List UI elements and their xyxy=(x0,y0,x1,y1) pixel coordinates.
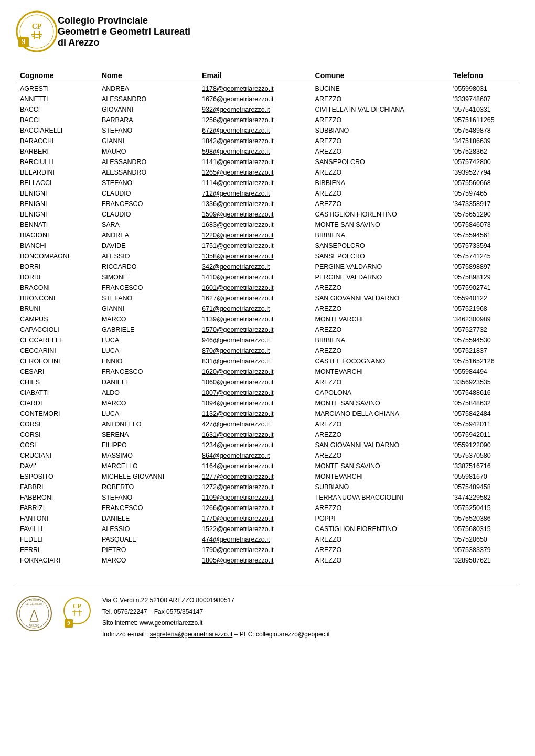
cell-email[interactable]: 1631@geometriarezzo.it xyxy=(198,429,311,440)
cell-email[interactable]: 1141@geometriarezzo.it xyxy=(198,157,311,167)
cell-email[interactable]: 1751@geometriarezzo.it xyxy=(198,241,311,251)
cell-email[interactable]: 870@geometriarezzo.it xyxy=(198,345,311,356)
cell-email[interactable]: 1522@geometriarezzo.it xyxy=(198,524,311,534)
cell-email[interactable]: 342@geometriarezzo.it xyxy=(198,262,311,272)
email-link[interactable]: 712@geometriarezzo.it xyxy=(202,190,270,197)
email-link[interactable]: 1164@geometriarezzo.it xyxy=(202,462,273,470)
cell-email[interactable]: 1627@geometriarezzo.it xyxy=(198,293,311,304)
cell-email[interactable]: 1060@geometriarezzo.it xyxy=(198,377,311,387)
cell-email[interactable]: 672@geometriarezzo.it xyxy=(198,125,311,136)
email-link[interactable]: 342@geometriarezzo.it xyxy=(202,263,270,271)
email-link[interactable]: 1805@geometriarezzo.it xyxy=(202,557,273,564)
email-link[interactable]: 1109@geometriarezzo.it xyxy=(202,494,273,501)
cell-email[interactable]: 1410@geometriarezzo.it xyxy=(198,272,311,283)
cell-email[interactable]: 932@geometriarezzo.it xyxy=(198,104,311,115)
email-link[interactable]: 1007@geometriarezzo.it xyxy=(202,389,273,396)
email-link[interactable]: 1114@geometriarezzo.it xyxy=(202,179,273,187)
cell-email[interactable]: 1790@geometriarezzo.it xyxy=(198,545,311,555)
email-link[interactable]: 1410@geometriarezzo.it xyxy=(202,274,273,281)
email-link[interactable]: 1627@geometriarezzo.it xyxy=(202,295,273,302)
email-link[interactable]: 1256@geometriarezzo.it xyxy=(202,116,273,124)
email-link[interactable]: 1277@geometriarezzo.it xyxy=(202,473,273,480)
cell-email[interactable]: 712@geometriarezzo.it xyxy=(198,188,311,199)
email-link[interactable]: 671@geometriarezzo.it xyxy=(202,305,270,312)
email-link[interactable]: 672@geometriarezzo.it xyxy=(202,127,270,134)
email-link[interactable]: 427@geometriarezzo.it xyxy=(202,420,270,428)
cell-email[interactable]: 946@geometriarezzo.it xyxy=(198,335,311,345)
cell-email[interactable]: 1805@geometriarezzo.it xyxy=(198,555,311,566)
email-link[interactable]: 864@geometriarezzo.it xyxy=(202,452,270,459)
email-link[interactable]: 1522@geometriarezzo.it xyxy=(202,525,273,533)
cell-email[interactable]: 1220@geometriarezzo.it xyxy=(198,230,311,241)
email-link[interactable]: 1220@geometriarezzo.it xyxy=(202,232,273,239)
cell-email[interactable]: 1094@geometriarezzo.it xyxy=(198,398,311,408)
cell-telefono: '0575489878 xyxy=(449,125,519,136)
email-link[interactable]: 946@geometriarezzo.it xyxy=(202,337,270,344)
cell-email[interactable]: 1601@geometriarezzo.it xyxy=(198,283,311,293)
cell-email[interactable]: 1676@geometriarezzo.it xyxy=(198,94,311,104)
cell-email[interactable]: 1132@geometriarezzo.it xyxy=(198,408,311,419)
cell-email[interactable]: 1620@geometriarezzo.it xyxy=(198,366,311,377)
email-link[interactable]: 1601@geometriarezzo.it xyxy=(202,284,273,291)
cell-email[interactable]: 1109@geometriarezzo.it xyxy=(198,492,311,503)
cell-email[interactable]: 1358@geometriarezzo.it xyxy=(198,251,311,262)
cell-email[interactable]: 427@geometriarezzo.it xyxy=(198,419,311,429)
cell-email[interactable]: 1266@geometriarezzo.it xyxy=(198,503,311,513)
cell-email[interactable]: 864@geometriarezzo.it xyxy=(198,450,311,461)
cell-comune: AREZZO xyxy=(311,167,449,178)
cell-email[interactable]: 1683@geometriarezzo.it xyxy=(198,220,311,230)
svg-text:AREZZO: AREZZO xyxy=(29,624,39,627)
email-link[interactable]: 1336@geometriarezzo.it xyxy=(202,200,273,208)
email-link[interactable]: 1132@geometriarezzo.it xyxy=(202,410,273,417)
email-link[interactable]: 1060@geometriarezzo.it xyxy=(202,379,273,386)
cell-email[interactable]: 1164@geometriarezzo.it xyxy=(198,461,311,471)
cell-email[interactable]: 1234@geometriarezzo.it xyxy=(198,440,311,450)
email-link[interactable]: 1631@geometriarezzo.it xyxy=(202,431,273,438)
email-link[interactable]: 598@geometriarezzo.it xyxy=(202,148,270,155)
cell-email[interactable]: 598@geometriarezzo.it xyxy=(198,146,311,157)
email-link[interactable]: 1620@geometriarezzo.it xyxy=(202,368,273,375)
cell-email[interactable]: 1770@geometriarezzo.it xyxy=(198,513,311,524)
email-link[interactable]: 1272@geometriarezzo.it xyxy=(202,483,273,491)
email-link[interactable]: 1751@geometriarezzo.it xyxy=(202,242,273,250)
email-link[interactable]: 1266@geometriarezzo.it xyxy=(202,504,273,512)
cell-email[interactable]: 1265@geometriarezzo.it xyxy=(198,167,311,178)
cell-email[interactable]: 1570@geometriarezzo.it xyxy=(198,325,311,335)
email-link[interactable]: 1358@geometriarezzo.it xyxy=(202,253,273,260)
cell-email[interactable]: 1509@geometriarezzo.it xyxy=(198,209,311,220)
email-link[interactable]: 1094@geometriarezzo.it xyxy=(202,399,273,407)
email-link[interactable]: 1141@geometriarezzo.it xyxy=(202,158,273,166)
cell-comune: AREZZO xyxy=(311,283,449,293)
email-link[interactable]: 870@geometriarezzo.it xyxy=(202,347,270,354)
email-link[interactable]: 1683@geometriarezzo.it xyxy=(202,221,273,229)
cell-email[interactable]: 1178@geometriarezzo.it xyxy=(198,83,311,94)
cell-email[interactable]: 1256@geometriarezzo.it xyxy=(198,115,311,125)
cell-email[interactable]: 1842@geometriarezzo.it xyxy=(198,136,311,146)
email-link[interactable]: 831@geometriarezzo.it xyxy=(202,358,270,365)
email-link[interactable]: 1234@geometriarezzo.it xyxy=(202,441,273,449)
email-link[interactable]: 1790@geometriarezzo.it xyxy=(202,546,273,554)
cell-email[interactable]: 1272@geometriarezzo.it xyxy=(198,482,311,492)
email-link[interactable]: 1842@geometriarezzo.it xyxy=(202,137,273,145)
cell-email[interactable]: 1114@geometriarezzo.it xyxy=(198,178,311,188)
cell-nome: STEFANO xyxy=(98,293,198,304)
email-link[interactable]: 1265@geometriarezzo.it xyxy=(202,169,273,176)
email-link[interactable]: 474@geometriarezzo.it xyxy=(202,536,270,543)
email-link[interactable]: 1770@geometriarezzo.it xyxy=(202,515,273,522)
email-link[interactable]: 1676@geometriarezzo.it xyxy=(202,95,273,103)
email-link[interactable]: 1178@geometriarezzo.it xyxy=(202,85,273,92)
email-link[interactable]: 1139@geometriarezzo.it xyxy=(202,316,273,323)
cell-email[interactable]: 1007@geometriarezzo.it xyxy=(198,387,311,398)
cell-email[interactable]: 474@geometriarezzo.it xyxy=(198,534,311,545)
cell-email[interactable]: 671@geometriarezzo.it xyxy=(198,304,311,314)
email-link[interactable]: 932@geometriarezzo.it xyxy=(202,106,270,113)
cell-cognome: FABRIZI xyxy=(16,503,98,513)
cell-email[interactable]: 1336@geometriarezzo.it xyxy=(198,199,311,209)
page-header: CP 9 Collegio Provinciale Geometri e Geo… xyxy=(16,10,519,52)
email-link[interactable]: 1509@geometriarezzo.it xyxy=(202,211,273,218)
cell-email[interactable]: 1139@geometriarezzo.it xyxy=(198,314,311,325)
footer-email-link[interactable]: segreteria@geometriarezzo.it xyxy=(150,631,233,638)
cell-email[interactable]: 1277@geometriarezzo.it xyxy=(198,471,311,482)
email-link[interactable]: 1570@geometriarezzo.it xyxy=(202,326,273,333)
cell-email[interactable]: 831@geometriarezzo.it xyxy=(198,356,311,366)
